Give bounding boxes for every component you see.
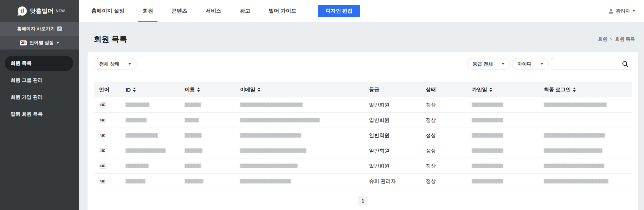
- pagination: 1: [94, 196, 632, 206]
- sidebar-item-2[interactable]: 회원 가입 관리: [5, 90, 74, 105]
- column-header-0: 언어: [94, 87, 120, 93]
- cell-join-date: [466, 118, 538, 122]
- column-header-1[interactable]: ID: [120, 87, 179, 93]
- column-header-3[interactable]: 이메일: [235, 87, 364, 93]
- table-row[interactable]: 일반회원정상: [94, 158, 632, 174]
- cell-status: 정상: [420, 132, 466, 139]
- blurred-name: [185, 118, 199, 122]
- column-label: 상태: [426, 87, 436, 93]
- cell-grade: 일반회원: [364, 148, 420, 154]
- search-field-label: 아이디: [517, 61, 532, 67]
- tab-3[interactable]: 서비스: [197, 0, 231, 22]
- blurred-name: [185, 164, 201, 168]
- page-title: 회원 목록: [94, 34, 127, 44]
- search-icon[interactable]: [622, 61, 628, 67]
- cell-name: [179, 148, 235, 153]
- cell-language: [94, 148, 120, 153]
- cell-language: [94, 133, 120, 138]
- grade-filter-dropdown[interactable]: 등급 전체: [467, 58, 510, 70]
- table-body: 일반회원정상일반회원정상일반회원정상일반회원정상일반회원정상슈퍼 관리자정상: [94, 97, 632, 189]
- cell-status: 정상: [420, 102, 466, 108]
- cell-email: [235, 133, 364, 138]
- sidebar-item-0[interactable]: 회원 목록: [5, 56, 73, 71]
- column-label: 등급: [369, 87, 379, 93]
- brand-logo[interactable]: d 닷홈빌더 NEW: [0, 0, 79, 22]
- cell-join-date: [466, 133, 538, 138]
- table-row[interactable]: 일반회원정상: [94, 143, 632, 158]
- language-setting-dropdown[interactable]: 언어별 설정: [0, 36, 79, 50]
- cell-status: 정상: [420, 148, 466, 154]
- blurred-id: [126, 179, 145, 184]
- tab-0[interactable]: 홈페이지 설정: [82, 0, 133, 22]
- cell-last-login: [538, 148, 630, 153]
- tab-2[interactable]: 콘텐츠: [162, 0, 197, 22]
- breadcrumb-separator: >: [610, 37, 613, 42]
- sidebar-item-1[interactable]: 회원 그룹 관리: [5, 73, 74, 88]
- cell-email: [235, 118, 364, 122]
- homepage-shortcut-label: 홈페이지 바로가기: [17, 26, 55, 32]
- breadcrumb-section[interactable]: 회원: [598, 37, 607, 42]
- breadcrumb-current: 회원 목록: [615, 37, 635, 42]
- table-row[interactable]: 슈퍼 관리자정상: [94, 174, 632, 189]
- blurred-id: [126, 148, 166, 153]
- sort-icon[interactable]: [133, 88, 136, 92]
- blurred-id: [126, 102, 149, 107]
- user-icon: [608, 8, 614, 14]
- sort-icon[interactable]: [573, 88, 576, 92]
- search-box: [551, 58, 632, 70]
- cell-id: [120, 164, 179, 168]
- cell-id: [120, 118, 179, 122]
- homepage-shortcut-button[interactable]: 홈페이지 바로가기 ↗: [0, 22, 79, 36]
- cell-email: [235, 179, 364, 184]
- external-link-icon: ↗: [57, 26, 62, 31]
- chevron-down-icon: [502, 63, 504, 65]
- cell-grade: 일반회원: [364, 102, 420, 108]
- cell-grade: 일반회원: [364, 163, 420, 169]
- language-setting-label: 언어별 설정: [30, 40, 54, 46]
- blurred-join-date: [472, 164, 503, 168]
- sort-icon[interactable]: [490, 88, 492, 92]
- korea-flag-icon: [99, 118, 106, 123]
- table-row[interactable]: 일반회원정상: [94, 128, 632, 143]
- cell-last-login: [538, 164, 630, 168]
- cell-id: [120, 133, 179, 138]
- member-list-card: 전체 상태 등급 전체 아이디: [88, 52, 638, 210]
- brand-name: 닷홈빌더: [30, 7, 54, 15]
- sidebar: d 닷홈빌더 NEW 홈페이지 바로가기 ↗ 언어별 설정 회원 목록회원 그룹…: [0, 0, 79, 210]
- tab-5[interactable]: 빌더 가이드: [259, 0, 306, 22]
- table-row[interactable]: 일반회원정상: [94, 97, 632, 113]
- sidebar-item-3[interactable]: 탈퇴 회원 목록: [5, 107, 74, 122]
- blurred-last-login: [544, 164, 604, 168]
- pagination-page-1[interactable]: 1: [358, 196, 368, 206]
- blurred-id: [126, 164, 149, 168]
- column-header-2[interactable]: 이름: [179, 87, 235, 93]
- cell-join-date: [466, 102, 538, 107]
- filter-row: 전체 상태 등급 전체 아이디: [94, 58, 632, 70]
- cell-last-login: [538, 133, 630, 138]
- cell-id: [120, 102, 179, 107]
- column-header-7[interactable]: 최종 로그인: [538, 87, 630, 93]
- nav-tabs: 홈페이지 설정회원콘텐츠서비스광고빌더 가이드: [79, 0, 306, 22]
- column-label: 최종 로그인: [544, 87, 571, 93]
- column-header-6[interactable]: 가입일: [466, 87, 538, 93]
- cell-language: [94, 179, 120, 184]
- blurred-last-login: [544, 133, 605, 138]
- blurred-name: [185, 133, 202, 138]
- design-edit-button[interactable]: 디자인 편집: [318, 5, 360, 17]
- tab-1[interactable]: 회원: [133, 0, 162, 22]
- sort-icon[interactable]: [258, 88, 260, 92]
- sort-icon[interactable]: [197, 88, 200, 92]
- table-row[interactable]: 일반회원정상: [94, 113, 632, 128]
- search-input[interactable]: [556, 61, 622, 67]
- status-filter-dropdown[interactable]: 전체 상태: [94, 58, 136, 70]
- blurred-id: [126, 133, 158, 138]
- search-field-dropdown[interactable]: 아이디: [512, 58, 549, 70]
- chevron-down-icon: [632, 10, 635, 12]
- tab-4[interactable]: 광고: [231, 0, 259, 22]
- cell-last-login: [538, 102, 630, 107]
- account-menu[interactable]: 관리자: [608, 0, 644, 22]
- blurred-email: [240, 179, 291, 184]
- cell-language: [94, 118, 120, 123]
- cell-id: [120, 179, 179, 184]
- korea-flag-icon: [99, 164, 106, 169]
